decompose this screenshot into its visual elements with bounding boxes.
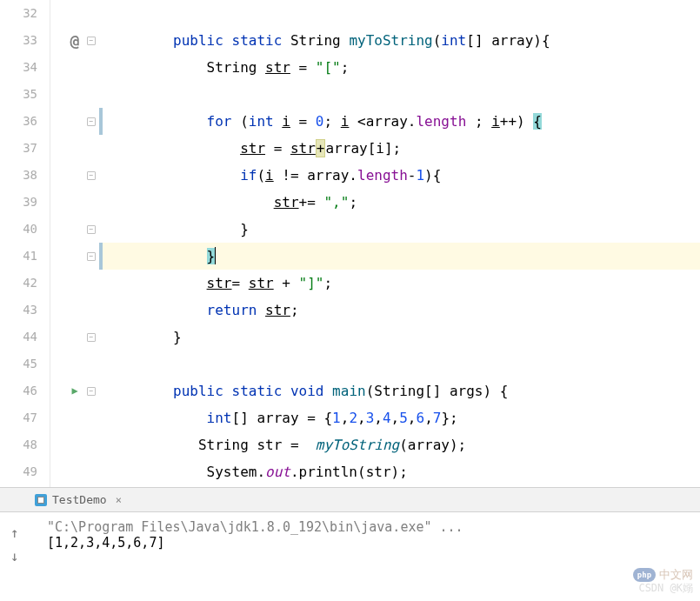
line-number[interactable]: 46 <box>0 377 50 404</box>
line-number[interactable]: 47 <box>0 404 50 431</box>
fold-icon[interactable] <box>87 387 96 396</box>
fold-icon[interactable] <box>87 225 96 234</box>
marker-gutter: @ ▶ <box>50 0 99 487</box>
php-logo-icon: php <box>633 568 656 582</box>
code-line: str= str + "]"; <box>99 270 700 297</box>
console-line: [1,2,3,4,5,6,7] <box>47 535 691 551</box>
run-config-label: TestDemo <box>52 493 107 506</box>
code-line: str = str+array[i]; <box>99 135 700 162</box>
line-number[interactable]: 40 <box>0 216 50 243</box>
line-number[interactable]: 43 <box>0 297 50 324</box>
run-gutter-icon[interactable]: ▶ <box>71 377 77 404</box>
line-number[interactable]: 42 <box>0 270 50 297</box>
code-line <box>99 0 700 27</box>
line-number[interactable]: 35 <box>0 81 50 108</box>
code-editor: 32 33 34 35 36 37 38 39 40 41 42 43 44 4… <box>0 0 700 487</box>
code-line <box>99 81 700 108</box>
line-number[interactable]: 34 <box>0 54 50 81</box>
fold-icon[interactable] <box>87 117 96 126</box>
run-config-icon <box>35 494 47 506</box>
line-number[interactable]: 37 <box>0 135 50 162</box>
code-content[interactable]: public static String myToString(int[] ar… <box>99 0 700 487</box>
line-number[interactable]: 32 <box>0 0 50 27</box>
run-config-tab[interactable]: TestDemo × <box>28 488 129 511</box>
line-number[interactable]: 38 <box>0 162 50 189</box>
code-line: String str = myToString(array); <box>99 431 700 458</box>
code-line: for (int i = 0; i <array.length ; i++) { <box>99 108 700 135</box>
code-line: } <box>99 243 700 270</box>
line-number[interactable]: 41 <box>0 243 50 270</box>
code-line: int[] array = {1,2,3,4,5,6,7}; <box>99 404 700 431</box>
code-line: String str = "["; <box>99 54 700 81</box>
close-icon[interactable]: × <box>116 494 122 506</box>
code-line: public static String myToString(int[] ar… <box>99 27 700 54</box>
code-line: System.out.println(str); <box>99 458 700 485</box>
line-number[interactable]: 33 <box>0 27 50 54</box>
scroll-up-icon[interactable]: ↑ <box>10 524 19 541</box>
code-line: } <box>99 324 700 351</box>
fold-icon[interactable] <box>87 37 96 45</box>
watermark: php 中文网 CSDN @K嫋 <box>633 567 693 596</box>
line-number[interactable]: 44 <box>0 324 50 351</box>
scroll-down-icon[interactable]: ↓ <box>10 548 19 564</box>
code-line <box>99 351 700 377</box>
code-line: str+= ","; <box>99 189 700 216</box>
code-line: if(i != array.length-1){ <box>99 162 700 189</box>
run-tool-window: TestDemo × ↑ ↓ "C:\Program Files\Java\jd… <box>0 487 700 600</box>
line-number[interactable]: 48 <box>0 431 50 458</box>
fold-icon[interactable] <box>87 252 96 261</box>
line-number[interactable]: 36 <box>0 108 50 135</box>
text-cursor <box>215 247 216 264</box>
code-line: } <box>99 216 700 243</box>
code-line: return str; <box>99 297 700 324</box>
run-tab-bar: TestDemo × <box>0 488 700 512</box>
line-number[interactable]: 45 <box>0 351 50 377</box>
override-icon[interactable]: @ <box>70 27 80 54</box>
console-output[interactable]: ↑ ↓ "C:\Program Files\Java\jdk1.8.0_192\… <box>0 512 700 558</box>
fold-icon[interactable] <box>87 333 96 342</box>
code-line: public static void main(String[] args) { <box>99 377 700 404</box>
line-number[interactable]: 39 <box>0 189 50 216</box>
console-command: "C:\Program Files\Java\jdk1.8.0_192\bin\… <box>47 519 691 535</box>
line-number-gutter: 32 33 34 35 36 37 38 39 40 41 42 43 44 4… <box>0 0 50 487</box>
fold-icon[interactable] <box>87 171 96 180</box>
line-number[interactable]: 49 <box>0 458 50 485</box>
